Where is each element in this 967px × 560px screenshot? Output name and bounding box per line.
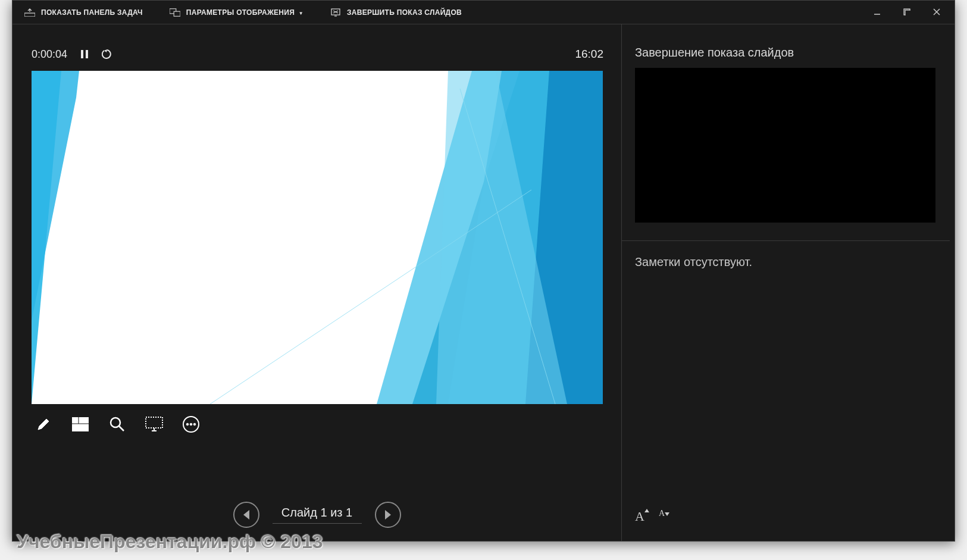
end-show-button[interactable]: ЗАВЕРШИТЬ ПОКАЗ СЛАЙДОВ bbox=[330, 8, 462, 17]
svg-marker-35 bbox=[243, 510, 249, 520]
current-slide-preview[interactable] bbox=[32, 71, 603, 404]
next-slide-notes-pane: Завершение показа слайдов Заметки отсутс… bbox=[621, 24, 955, 541]
window-controls bbox=[871, 8, 943, 17]
content-area: 0:00:04 16:02 bbox=[12, 24, 955, 541]
svg-rect-25 bbox=[72, 424, 89, 431]
svg-rect-28 bbox=[146, 417, 162, 428]
next-slide-title: Завершение показа слайдов bbox=[635, 46, 937, 60]
next-slide-preview[interactable] bbox=[635, 68, 935, 223]
black-screen-button[interactable] bbox=[145, 415, 164, 434]
wall-clock: 16:02 bbox=[575, 48, 603, 61]
svg-point-33 bbox=[190, 423, 192, 426]
slide-counter-label[interactable]: Слайд 1 из 1 bbox=[273, 506, 362, 524]
slide-graphic bbox=[32, 71, 603, 404]
close-button[interactable] bbox=[931, 8, 943, 17]
show-taskbar-label: ПОКАЗАТЬ ПАНЕЛЬ ЗАДАЧ bbox=[41, 8, 143, 17]
presenter-view-window: ПОКАЗАТЬ ПАНЕЛЬ ЗАДАЧ ПАРАМЕТРЫ ОТОБРАЖЕ… bbox=[12, 0, 955, 542]
display-settings-icon bbox=[170, 8, 180, 17]
minimize-button[interactable] bbox=[871, 8, 883, 17]
maximize-button[interactable] bbox=[901, 8, 913, 17]
more-options-button[interactable] bbox=[181, 415, 201, 434]
svg-rect-12 bbox=[81, 50, 83, 58]
svg-rect-13 bbox=[86, 50, 88, 58]
previous-slide-button[interactable] bbox=[233, 502, 259, 528]
taskbar-icon bbox=[24, 8, 35, 17]
end-show-label: ЗАВЕРШИТЬ ПОКАЗ СЛАЙДОВ bbox=[347, 8, 462, 17]
reset-timer-button[interactable] bbox=[102, 49, 112, 60]
svg-point-34 bbox=[193, 423, 196, 426]
display-settings-label: ПАРАМЕТРЫ ОТОБРАЖЕНИЯ bbox=[186, 8, 303, 17]
next-slide-button[interactable] bbox=[375, 502, 401, 528]
speaker-notes: Заметки отсутствуют. bbox=[635, 255, 937, 269]
timer-row: 0:00:04 16:02 bbox=[32, 46, 603, 62]
pause-timer-button[interactable] bbox=[80, 49, 89, 59]
zoom-tool-button[interactable] bbox=[108, 415, 127, 434]
display-settings-button[interactable]: ПАРАМЕТРЫ ОТОБРАЖЕНИЯ bbox=[170, 8, 303, 17]
svg-rect-24 bbox=[79, 417, 89, 423]
svg-line-27 bbox=[119, 426, 124, 431]
svg-point-32 bbox=[186, 423, 189, 426]
pen-tool-button[interactable] bbox=[34, 415, 53, 434]
svg-point-26 bbox=[111, 418, 120, 427]
notes-divider bbox=[622, 240, 950, 241]
top-toolbar: ПОКАЗАТЬ ПАНЕЛЬ ЗАДАЧ ПАРАМЕТРЫ ОТОБРАЖЕ… bbox=[12, 1, 955, 24]
current-slide-pane: 0:00:04 16:02 bbox=[12, 24, 621, 541]
decrease-font-button[interactable]: A bbox=[659, 509, 665, 524]
svg-rect-23 bbox=[72, 417, 78, 423]
svg-rect-0 bbox=[24, 13, 35, 17]
svg-rect-9 bbox=[905, 10, 910, 15]
svg-marker-36 bbox=[385, 510, 391, 520]
svg-rect-2 bbox=[174, 11, 180, 16]
elapsed-timer: 0:00:04 bbox=[32, 48, 67, 61]
see-all-slides-button[interactable] bbox=[71, 415, 90, 434]
show-taskbar-button[interactable]: ПОКАЗАТЬ ПАНЕЛЬ ЗАДАЧ bbox=[24, 8, 143, 17]
slide-navigation: Слайд 1 из 1 bbox=[12, 502, 621, 528]
notes-font-controls: A A bbox=[635, 509, 665, 524]
increase-font-button[interactable]: A bbox=[635, 509, 644, 524]
end-show-icon bbox=[330, 8, 341, 17]
slide-tools-toolbar bbox=[32, 404, 603, 445]
